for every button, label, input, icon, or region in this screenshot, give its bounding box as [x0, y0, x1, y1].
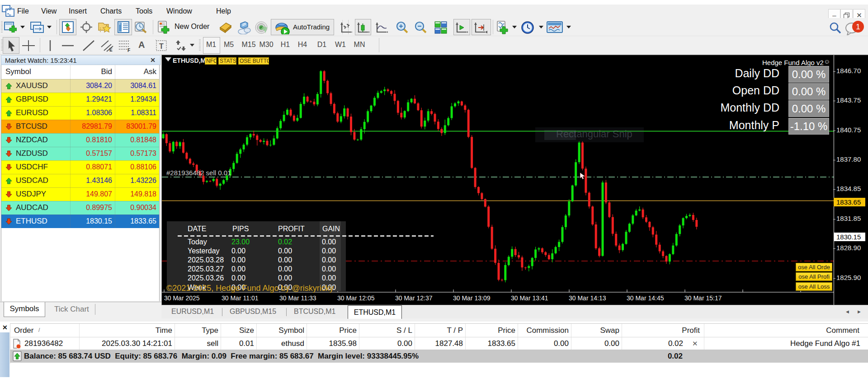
svg-text:T: T [159, 42, 164, 50]
svg-text:E: E [109, 47, 113, 52]
svg-text:F: F [127, 48, 130, 52]
svg-text:1: 1 [856, 23, 860, 31]
